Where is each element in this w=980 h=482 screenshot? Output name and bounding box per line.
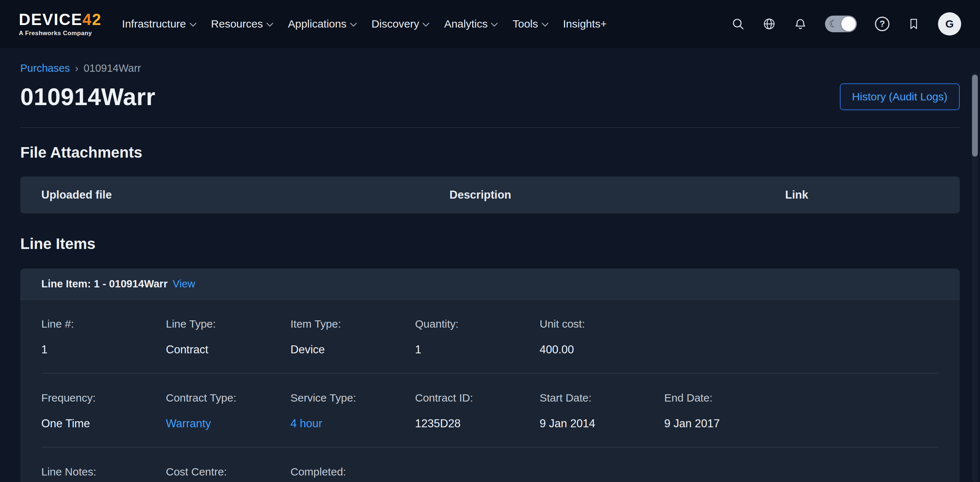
- line-item-view-link[interactable]: View: [173, 278, 195, 290]
- field-start-date: Start Date: 9 Jan 2014: [539, 392, 664, 430]
- chevron-down-icon: [541, 22, 549, 27]
- field-label: Quantity:: [415, 318, 539, 330]
- service-type-link[interactable]: 4 hour: [290, 417, 415, 430]
- nav-item-label: Resources: [211, 18, 263, 30]
- column-header-description: Description: [449, 188, 785, 201]
- line-item-card-title: Line Item: 1 - 010914Warr: [41, 278, 168, 290]
- nav-item-label: Analytics: [444, 18, 487, 30]
- field-empty: [664, 318, 789, 356]
- field-value: 9 Jan 2014: [539, 417, 664, 430]
- field-label: Contract Type:: [166, 392, 290, 404]
- column-header-uploaded-file: Uploaded file: [41, 188, 449, 201]
- topnav-actions: ☾ ? G: [732, 12, 961, 35]
- breadcrumb-separator: ›: [75, 62, 79, 74]
- field-cost-centre: Cost Centre: 5001245: [166, 466, 290, 482]
- field-label: Cost Centre:: [166, 466, 290, 478]
- nav-item-infrastructure[interactable]: Infrastructure: [122, 18, 197, 30]
- nav-item-applications[interactable]: Applications: [288, 18, 357, 30]
- page-title: 010914Warr: [20, 83, 155, 110]
- file-attachments-table-header: Uploaded file Description Link: [20, 177, 960, 214]
- field-label: Service Type:: [290, 392, 415, 404]
- breadcrumb-current: 010914Warr: [84, 62, 141, 74]
- nav-item-label: Discovery: [372, 18, 419, 30]
- nav-item-resources[interactable]: Resources: [211, 18, 274, 30]
- bell-icon[interactable]: [794, 18, 807, 30]
- avatar[interactable]: G: [938, 12, 961, 35]
- field-label: Start Date:: [539, 392, 664, 404]
- field-contract-id: Contract ID: 1235D28: [415, 392, 539, 430]
- field-line-number: Line #: 1: [41, 318, 166, 356]
- line-items-heading: Line Items: [20, 235, 960, 252]
- contract-type-link[interactable]: Warranty: [166, 417, 290, 430]
- logo-accent-2: 2: [92, 11, 102, 28]
- field-label: Frequency:: [41, 392, 166, 404]
- line-item-card-header: Line Item: 1 - 010914Warr View: [20, 268, 960, 300]
- chevron-down-icon: [422, 22, 430, 27]
- line-item-card: Line Item: 1 - 010914Warr View Line #: 1…: [20, 268, 960, 482]
- page-header: 010914Warr History (Audit Logs): [20, 83, 960, 128]
- field-item-type: Item Type: Device: [290, 318, 415, 356]
- nav-item-label: Applications: [288, 18, 347, 30]
- field-label: Line #:: [41, 318, 166, 330]
- field-label: Unit cost:: [539, 318, 664, 330]
- line-item-row-2: Frequency: One Time Contract Type: Warra…: [41, 373, 939, 448]
- nav-item-label: Tools: [512, 18, 538, 30]
- help-icon[interactable]: ?: [875, 17, 889, 31]
- device42-logo[interactable]: DEVICE42 A Freshworks Company: [19, 11, 102, 36]
- field-unit-cost: Unit cost: 400.00: [539, 318, 664, 356]
- field-frequency: Frequency: One Time: [41, 392, 166, 430]
- logo-accent-4: 4: [83, 11, 92, 28]
- nav-item-label: Insights+: [563, 18, 607, 30]
- globe-icon[interactable]: [763, 18, 776, 30]
- field-value: Device: [290, 343, 415, 356]
- scrollbar-thumb[interactable]: [972, 75, 978, 156]
- field-service-type: Service Type: 4 hour: [290, 392, 415, 430]
- line-item-row-3: Line Notes: Cost Centre: 5001245 Complet…: [41, 448, 939, 482]
- chevron-down-icon: [350, 22, 357, 27]
- nav-item-insights[interactable]: Insights+: [563, 18, 607, 30]
- field-label: Item Type:: [290, 318, 415, 330]
- field-value: One Time: [41, 417, 166, 430]
- field-line-notes: Line Notes:: [41, 466, 166, 482]
- nav-item-tools[interactable]: Tools: [512, 18, 548, 30]
- line-item-row-1: Line #: 1 Line Type: Contract Item Type:…: [41, 300, 939, 373]
- main-content: Purchases › 010914Warr 010914Warr Histor…: [0, 62, 980, 482]
- main-menu: Infrastructure Resources Applications Di…: [122, 18, 607, 30]
- bookmark-icon[interactable]: [908, 18, 920, 30]
- top-navigation-bar: DEVICE42 A Freshworks Company Infrastruc…: [0, 0, 980, 48]
- field-label: Completed:: [290, 466, 415, 478]
- field-contract-type: Contract Type: Warranty: [166, 392, 290, 430]
- field-quantity: Quantity: 1: [415, 318, 539, 356]
- nav-item-discovery[interactable]: Discovery: [372, 18, 430, 30]
- field-completed: Completed: ✕: [290, 466, 415, 482]
- moon-icon: ☾: [829, 18, 838, 30]
- theme-toggle[interactable]: ☾: [825, 16, 857, 32]
- device42-logo-text: DEVICE42: [19, 11, 102, 27]
- breadcrumb: Purchases › 010914Warr: [20, 62, 960, 74]
- field-value: 400.00: [539, 343, 664, 356]
- line-item-card-body: Line #: 1 Line Type: Contract Item Type:…: [20, 300, 960, 482]
- breadcrumb-purchases-link[interactable]: Purchases: [20, 62, 70, 74]
- history-audit-logs-button[interactable]: History (Audit Logs): [840, 83, 960, 110]
- column-header-link: Link: [785, 188, 939, 201]
- nav-item-analytics[interactable]: Analytics: [444, 18, 498, 30]
- field-label: Line Notes:: [41, 466, 166, 478]
- chevron-down-icon: [491, 22, 498, 27]
- search-icon[interactable]: [732, 18, 745, 30]
- chevron-down-icon: [266, 22, 274, 27]
- field-value: 1: [415, 343, 539, 356]
- toggle-knob: [841, 17, 856, 31]
- field-label: End Date:: [664, 392, 789, 404]
- chevron-down-icon: [189, 22, 197, 27]
- logo-tagline: A Freshworks Company: [19, 30, 102, 36]
- file-attachments-heading: File Attachments: [20, 144, 960, 161]
- field-line-type: Line Type: Contract: [166, 318, 290, 356]
- field-label: Contract ID:: [415, 392, 539, 404]
- logo-brand-text: DEVICE: [19, 11, 83, 28]
- field-value: 9 Jan 2017: [664, 417, 789, 430]
- field-value: 1: [41, 343, 166, 356]
- nav-item-label: Infrastructure: [122, 18, 186, 30]
- field-label: Line Type:: [166, 318, 290, 330]
- field-value: 1235D28: [415, 417, 539, 430]
- field-value: Contract: [166, 343, 290, 356]
